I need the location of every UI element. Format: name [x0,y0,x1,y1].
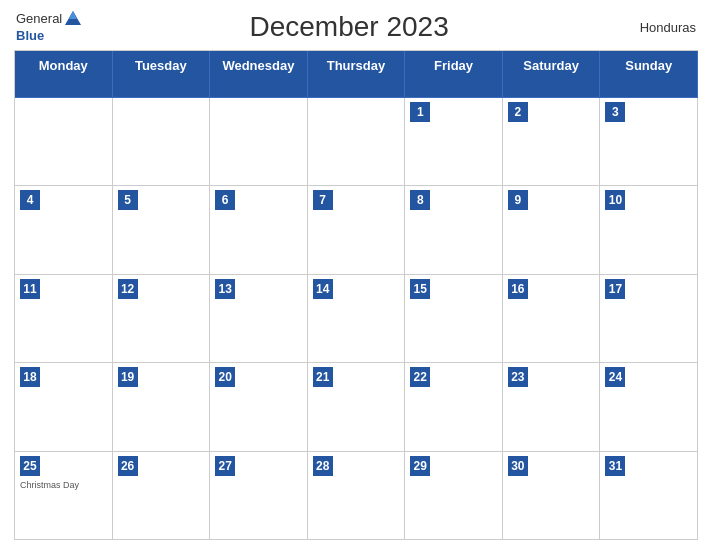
day-number-22: 22 [410,367,430,387]
day-cell-empty-1 [15,98,113,187]
day-cell-8: 8 [405,186,503,275]
day-cell-23: 23 [503,363,601,452]
day-cell-29: 29 [405,452,503,541]
day-cell-10: 10 [600,186,698,275]
header-wednesday: Wednesday [210,51,308,98]
day-number-13: 13 [215,279,235,299]
day-number-8: 8 [410,190,430,210]
day-cell-21: 21 [308,363,406,452]
day-number-21: 21 [313,367,333,387]
day-number-20: 20 [215,367,235,387]
day-number-17: 17 [605,279,625,299]
day-cell-26: 26 [113,452,211,541]
day-cell-1: 1 [405,98,503,187]
day-cell-empty-4 [308,98,406,187]
day-number-5: 5 [118,190,138,210]
day-cell-18: 18 [15,363,113,452]
day-number-10: 10 [605,190,625,210]
day-cell-25: 25 Christmas Day [15,452,113,541]
day-number-4: 4 [20,190,40,210]
day-cell-28: 28 [308,452,406,541]
day-number-9: 9 [508,190,528,210]
day-number-3: 3 [605,102,625,122]
day-cell-15: 15 [405,275,503,364]
calendar-grid: Monday Tuesday Wednesday Thursday Friday… [14,50,698,540]
day-number-25: 25 [20,456,40,476]
day-number-18: 18 [20,367,40,387]
logo-mountain-icon [64,10,82,26]
day-cell-17: 17 [600,275,698,364]
day-cell-22: 22 [405,363,503,452]
day-cell-31: 31 [600,452,698,541]
day-number-28: 28 [313,456,333,476]
christmas-day-label: Christmas Day [20,480,107,490]
day-number-7: 7 [313,190,333,210]
day-number-16: 16 [508,279,528,299]
day-number-19: 19 [118,367,138,387]
country-label: Honduras [616,20,696,35]
month-year-title: December 2023 [250,11,449,42]
day-cell-4: 4 [15,186,113,275]
day-cell-14: 14 [308,275,406,364]
day-cell-5: 5 [113,186,211,275]
day-number-27: 27 [215,456,235,476]
logo: General Blue [16,10,82,44]
logo-blue: Blue [16,28,44,43]
calendar-title: December 2023 [82,11,616,43]
svg-marker-1 [69,11,77,19]
day-cell-7: 7 [308,186,406,275]
day-cell-20: 20 [210,363,308,452]
day-cell-24: 24 [600,363,698,452]
header-monday: Monday [15,51,113,98]
day-cell-16: 16 [503,275,601,364]
header-thursday: Thursday [308,51,406,98]
day-cell-9: 9 [503,186,601,275]
header-saturday: Saturday [503,51,601,98]
calendar-header: General Blue December 2023 Honduras [14,10,698,44]
day-number-24: 24 [605,367,625,387]
calendar: Monday Tuesday Wednesday Thursday Friday… [14,50,698,540]
day-cell-3: 3 [600,98,698,187]
day-cell-12: 12 [113,275,211,364]
day-number-29: 29 [410,456,430,476]
day-number-2: 2 [508,102,528,122]
day-number-1: 1 [410,102,430,122]
day-number-11: 11 [20,279,40,299]
day-number-14: 14 [313,279,333,299]
day-cell-6: 6 [210,186,308,275]
day-cell-27: 27 [210,452,308,541]
day-number-26: 26 [118,456,138,476]
day-cell-empty-2 [113,98,211,187]
header-sunday: Sunday [600,51,698,98]
logo-general: General [16,11,62,26]
header-tuesday: Tuesday [113,51,211,98]
day-number-6: 6 [215,190,235,210]
day-cell-13: 13 [210,275,308,364]
day-number-15: 15 [410,279,430,299]
day-number-12: 12 [118,279,138,299]
day-cell-19: 19 [113,363,211,452]
day-cell-11: 11 [15,275,113,364]
day-cell-2: 2 [503,98,601,187]
header-friday: Friday [405,51,503,98]
day-cell-30: 30 [503,452,601,541]
day-cell-empty-3 [210,98,308,187]
day-number-31: 31 [605,456,625,476]
day-number-30: 30 [508,456,528,476]
day-number-23: 23 [508,367,528,387]
